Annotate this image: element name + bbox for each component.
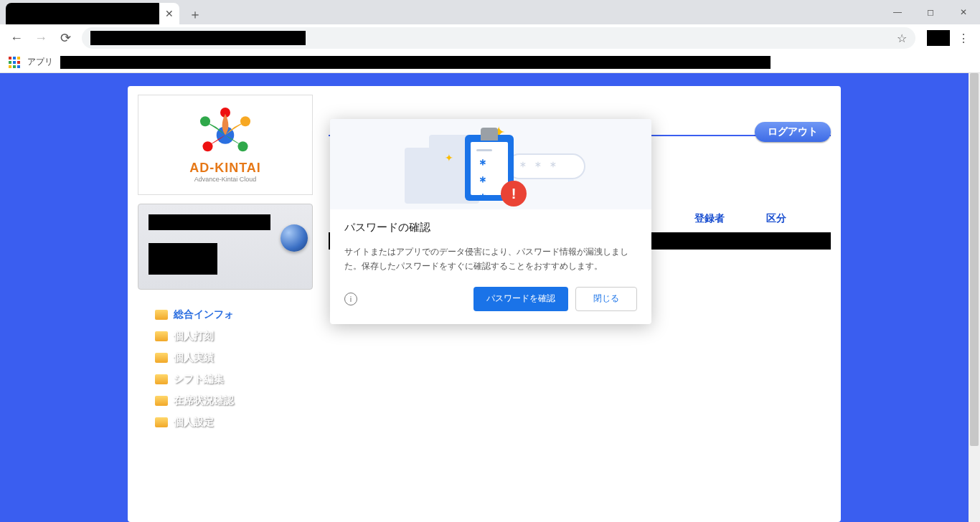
svg-point-2 [240,116,250,126]
folder-icon [155,331,168,341]
reload-button[interactable]: ⟳ [55,27,76,49]
svg-point-5 [200,116,210,126]
address-bar[interactable]: ☆ [82,27,915,49]
apps-icon[interactable] [9,57,20,68]
extension-redacted[interactable] [927,30,950,46]
page-viewport: AD-KINTAI Advance-Kintai Cloud 総合インフォ 個人… [0,73,980,522]
col-author: 登録者 [687,212,759,225]
logo-graphic-icon [193,108,258,158]
back-button[interactable]: ← [6,27,27,49]
bookmarks-bar: アプリ [0,52,980,73]
address-bar-row: ← → ⟳ ☆ ⋮ [0,24,980,52]
url-redacted [90,31,306,45]
folder-icon [155,374,168,384]
info-icon[interactable]: i [344,293,357,305]
nav-label: 個人打刻 [174,330,214,343]
new-tab-button[interactable]: ＋ [185,4,205,24]
alert-badge-icon: ! [501,181,527,207]
apps-label[interactable]: アプリ [27,56,53,68]
globe-icon [281,224,308,252]
nav-item-settings[interactable]: 個人設定 [155,412,313,433]
dialog-illustration: ＊＊＊ ✦ ✦ ＊＊＊ ! [330,119,651,209]
tab-close-button[interactable]: ✕ [159,3,179,24]
folder-icon [155,353,168,363]
bookmark-star-icon[interactable]: ☆ [897,32,907,45]
nav-label: 個人実績 [174,351,214,364]
nav-item-presence[interactable]: 在席状況確認 [155,390,313,412]
chrome-menu-button[interactable]: ⋮ [953,27,974,49]
dialog-title: パスワードの確認 [344,221,637,234]
sparkle-icon: ✦ [445,152,453,163]
nav-menu: 総合インフォ 個人打刻 個人実績 シフト編集 在席状況確認 [138,304,313,433]
forward-button[interactable]: → [30,27,52,49]
nav-item-shift[interactable]: シフト編集 [155,369,313,390]
window-maximize-button[interactable]: ◻ [914,0,947,24]
svg-point-3 [238,141,248,151]
logout-button[interactable]: ログアウト [755,122,831,142]
sidebar: AD-KINTAI Advance-Kintai Cloud 総合インフォ 個人… [138,95,313,433]
nav-item-info[interactable]: 総合インフォ [155,304,313,326]
folder-icon [155,310,168,320]
browser-tab[interactable] [6,3,164,24]
nav-label: 総合インフォ [174,308,234,321]
window-controls: — ◻ ✕ [881,0,980,24]
user-panel [138,204,313,290]
window-close-button[interactable]: ✕ [947,0,980,24]
col-kind: 区分 [759,212,831,225]
nav-label: 個人設定 [174,416,214,429]
nav-label: 在席状況確認 [174,394,234,407]
user-info-redacted [149,243,217,275]
logo-title: AD-KINTAI [189,161,261,176]
nav-item-record[interactable]: 個人実績 [155,347,313,369]
password-check-dialog: ＊＊＊ ✦ ✦ ＊＊＊ ! パスワードの確認 サイトまたはアプリでのデータ侵害に… [330,119,651,324]
bookmarks-redacted [60,56,771,69]
close-dialog-button[interactable]: 閉じる [575,287,637,311]
app-logo: AD-KINTAI Advance-Kintai Cloud [138,95,313,195]
logo-subtitle: Advance-Kintai Cloud [194,176,257,183]
folder-icon [155,417,168,427]
tab-bar: ✕ ＋ — ◻ ✕ [0,0,980,24]
password-field-icon: ＊＊＊ [507,153,585,179]
window-minimize-button[interactable]: — [881,0,914,24]
nav-label: シフト編集 [174,373,224,386]
vertical-scrollbar[interactable] [969,73,980,522]
folder-icon [155,396,168,406]
browser-chrome: ✕ ＋ — ◻ ✕ ← → ⟳ ☆ ⋮ アプリ [0,0,980,73]
nav-item-timestamp[interactable]: 個人打刻 [155,326,313,347]
user-name-redacted [149,214,270,230]
svg-point-4 [203,141,213,151]
check-passwords-button[interactable]: パスワードを確認 [473,287,568,311]
dialog-text: サイトまたはアプリでのデータ侵害により、パスワード情報が漏洩しました。保存したパ… [344,245,637,274]
